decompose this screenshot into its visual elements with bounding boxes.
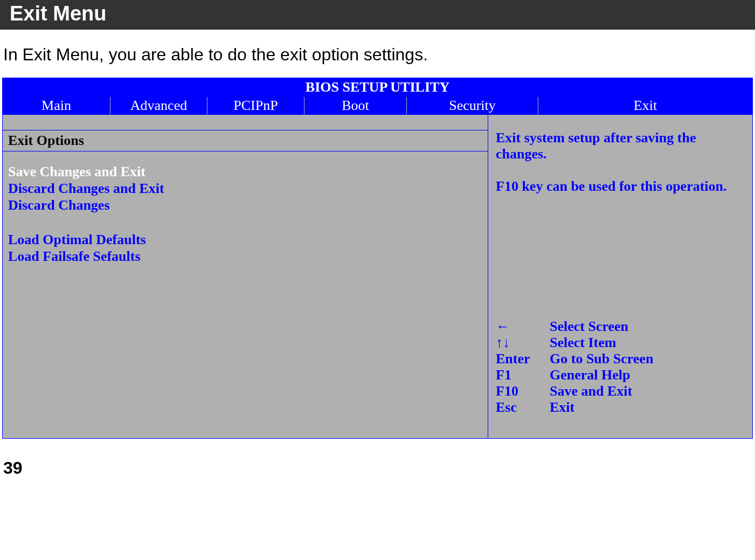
help-line-1: Exit system setup after saving the chang… bbox=[496, 130, 745, 162]
bios-right-pane: Exit system setup after saving the chang… bbox=[488, 115, 752, 438]
option-gap bbox=[8, 214, 482, 231]
key-enter: Enter bbox=[496, 351, 550, 367]
tab-boot[interactable]: Boot bbox=[304, 97, 407, 114]
key-row-f1: F1 General Help bbox=[496, 367, 745, 383]
bios-panel: BIOS SETUP UTILITY Main Advanced PCIPnP … bbox=[2, 78, 753, 439]
bios-left-pane: Exit Options Save Changes and Exit Disca… bbox=[3, 115, 488, 438]
key-f10-desc: Save and Exit bbox=[550, 383, 632, 399]
key-esc-desc: Exit bbox=[550, 399, 574, 416]
key-row-enter: Enter Go to Sub Screen bbox=[496, 351, 745, 367]
option-save-and-exit[interactable]: Save Changes and Exit bbox=[8, 163, 482, 180]
tab-main[interactable]: Main bbox=[3, 97, 110, 114]
bios-title: BIOS SETUP UTILITY bbox=[3, 78, 752, 97]
key-f1-desc: General Help bbox=[550, 367, 630, 383]
tab-security[interactable]: Security bbox=[407, 97, 538, 114]
key-f10: F10 bbox=[496, 383, 550, 399]
bios-body: Exit Options Save Changes and Exit Disca… bbox=[3, 115, 752, 438]
tab-pcipnp[interactable]: PCIPnP bbox=[207, 97, 304, 114]
key-row-left: ← Select Screen bbox=[496, 319, 745, 335]
tab-exit[interactable]: Exit bbox=[538, 97, 752, 114]
key-legend: ← Select Screen ↑↓ Select Item Enter Go … bbox=[496, 319, 745, 416]
exit-options-list: Save Changes and Exit Discard Changes an… bbox=[3, 151, 488, 270]
intro-text: In Exit Menu, you are able to do the exi… bbox=[0, 30, 755, 78]
key-left: ← bbox=[496, 319, 550, 335]
key-updown: ↑↓ bbox=[496, 335, 550, 351]
bios-tabs: Main Advanced PCIPnP Boot Security Exit bbox=[3, 97, 752, 115]
key-left-desc: Select Screen bbox=[550, 319, 628, 335]
exit-options-title: Exit Options bbox=[3, 130, 488, 151]
key-updown-desc: Select Item bbox=[550, 335, 616, 351]
option-discard-and-exit[interactable]: Discard Changes and Exit bbox=[8, 180, 482, 197]
option-discard-changes[interactable]: Discard Changes bbox=[8, 197, 482, 213]
key-row-f10: F10 Save and Exit bbox=[496, 383, 745, 399]
key-esc: Esc bbox=[496, 399, 550, 416]
help-text: Exit system setup after saving the chang… bbox=[496, 130, 745, 211]
key-row-updown: ↑↓ Select Item bbox=[496, 335, 745, 351]
help-line-2: F10 key can be used for this operation. bbox=[496, 178, 745, 195]
page-number: 39 bbox=[0, 439, 755, 483]
key-row-esc: Esc Exit bbox=[496, 399, 745, 416]
option-load-optimal-defaults[interactable]: Load Optimal Defaults bbox=[8, 231, 482, 248]
key-enter-desc: Go to Sub Screen bbox=[550, 351, 653, 367]
section-header: Exit Menu bbox=[0, 0, 755, 30]
option-load-failsafe-defaults[interactable]: Load Failsafe Sefaults bbox=[8, 248, 482, 265]
key-f1: F1 bbox=[496, 367, 550, 383]
tab-advanced[interactable]: Advanced bbox=[110, 97, 207, 114]
